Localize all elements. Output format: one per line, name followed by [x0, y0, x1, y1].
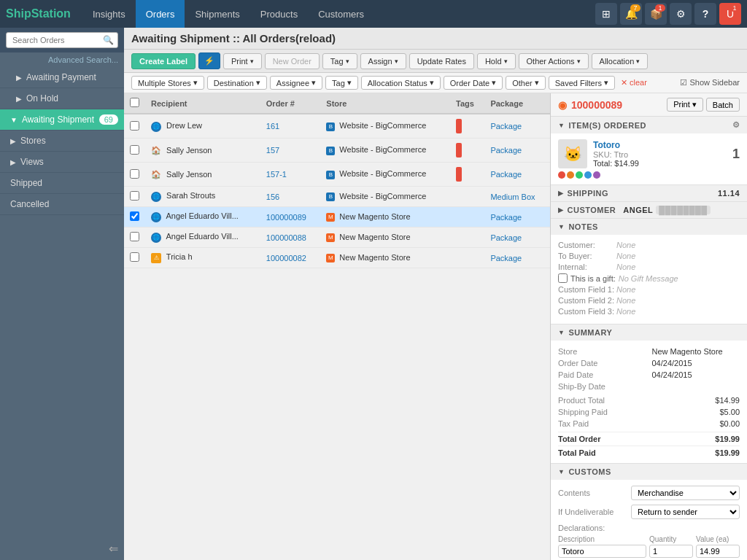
- sidebar-item-cancelled[interactable]: Cancelled: [0, 194, 124, 215]
- update-rates-button[interactable]: Update Rates: [409, 53, 474, 69]
- tag-button[interactable]: Tag ▾: [322, 53, 357, 69]
- detail-batch-button[interactable]: Batch: [706, 98, 740, 112]
- alerts-badge: 7: [630, 4, 640, 12]
- filter-saved[interactable]: Saved Filters ▾: [549, 76, 615, 90]
- table-row[interactable]: ⚠ Tricia h 100000082 M New Magento Store…: [124, 248, 550, 268]
- filter-other[interactable]: Other ▾: [506, 76, 546, 90]
- customs-header[interactable]: ▼ CUSTOMS: [551, 464, 747, 480]
- palette-purple: [593, 171, 600, 179]
- contents-select[interactable]: Merchandise: [631, 486, 740, 500]
- nav-item-products[interactable]: Products: [250, 0, 308, 28]
- row-checkbox[interactable]: [130, 191, 139, 201]
- show-sidebar-toggle[interactable]: ☑ Show Sidebar: [680, 78, 740, 88]
- filter-assignee[interactable]: Assignee ▾: [270, 76, 322, 90]
- filter-tag[interactable]: Tag ▾: [325, 76, 358, 90]
- gift-checkbox[interactable]: [558, 273, 568, 283]
- order-link[interactable]: 100000082: [266, 254, 306, 262]
- collapse-sidebar-button[interactable]: ⇐: [109, 542, 118, 556]
- new-order-button[interactable]: New Order: [265, 53, 320, 69]
- create-label-button[interactable]: Create Label: [131, 53, 196, 69]
- package-link[interactable]: Package: [490, 213, 522, 222]
- order-link[interactable]: 100000088: [266, 233, 306, 242]
- customer-header[interactable]: ▶ CUSTOMER Angel ████████: [551, 202, 747, 218]
- paid-date-label: Paid Date: [558, 370, 646, 380]
- table-row[interactable]: 🌐 Angel Eduardo Vill... 100000089 M New …: [124, 207, 550, 228]
- order-link[interactable]: 157: [266, 146, 279, 155]
- item-name[interactable]: Totoro: [593, 140, 727, 150]
- lightning-button[interactable]: ⚡: [198, 52, 220, 69]
- advanced-search-link-area: Advanced Search...: [0, 52, 124, 67]
- package-link[interactable]: Package: [490, 146, 522, 155]
- package-link[interactable]: Package: [490, 254, 522, 262]
- undeliverable-select[interactable]: Return to sender: [631, 505, 740, 519]
- order-link[interactable]: 100000089: [266, 213, 306, 222]
- assign-button[interactable]: Assign ▾: [360, 53, 406, 69]
- order-link[interactable]: 157-1: [266, 170, 287, 179]
- notes-header[interactable]: ▼ NOTES: [551, 219, 747, 235]
- sidebar-item-shipped[interactable]: Shipped: [0, 173, 124, 194]
- settings-icon-btn[interactable]: ⚙: [670, 3, 692, 25]
- filter-allocation-status[interactable]: Allocation Status ▾: [361, 76, 441, 90]
- row-checkbox[interactable]: [130, 252, 139, 262]
- row-checkbox[interactable]: [130, 232, 139, 241]
- value-input[interactable]: [696, 545, 740, 558]
- col-store: Store: [320, 93, 450, 114]
- nav-item-insights[interactable]: Insights: [82, 0, 136, 28]
- sidebar-collapse-area: ⇐: [0, 537, 124, 560]
- package-link[interactable]: Medium Box: [490, 192, 535, 201]
- store-cell: B Website - BigCommerce: [320, 187, 450, 207]
- shipping-header[interactable]: ▶ SHIPPING 11.14: [551, 185, 747, 201]
- product-total-label: Product Total: [558, 395, 605, 405]
- table-row[interactable]: 🌐 Angel Eduardo Vill... 100000088 M New …: [124, 228, 550, 248]
- gear-icon[interactable]: ⚙: [732, 120, 740, 130]
- filter-multiple-stores[interactable]: Multiple Stores ▾: [131, 76, 204, 90]
- sidebar-item-awaiting-payment[interactable]: ▶ Awaiting Payment: [0, 67, 124, 88]
- alerts-icon-btn[interactable]: 🔔7: [620, 3, 642, 25]
- sidebar-item-awaiting-shipment[interactable]: ▼ Awaiting Shipment 69: [0, 109, 124, 131]
- order-num-cell: 100000088: [260, 228, 320, 248]
- tax-paid-val: $0.00: [719, 419, 740, 429]
- clear-filters-button[interactable]: ✕ clear: [621, 78, 647, 88]
- notifications-icon-btn[interactable]: 📦1: [645, 3, 667, 25]
- row-checkbox[interactable]: [130, 121, 139, 131]
- tag-red-icon: [456, 143, 462, 158]
- tags-cell: [450, 207, 484, 228]
- bigcommerce-icon: B: [326, 171, 335, 179]
- filter-order-date[interactable]: Order Date ▾: [444, 76, 503, 90]
- sidebar-item-views[interactable]: ▶ Views: [0, 152, 124, 173]
- print-button[interactable]: Print ▾: [223, 53, 262, 69]
- sidebar-item-stores[interactable]: ▶ Stores: [0, 131, 124, 152]
- filter-destination[interactable]: Destination ▾: [207, 76, 267, 90]
- other-actions-button[interactable]: Other Actions ▾: [519, 53, 589, 69]
- package-link[interactable]: Package: [490, 122, 522, 131]
- detail-print-button[interactable]: Print ▾: [667, 98, 703, 112]
- nav-item-customers[interactable]: Customers: [308, 0, 374, 28]
- table-row[interactable]: 🏠 Sally Jenson 157-1 B Website - BigComm…: [124, 163, 550, 187]
- qty-input[interactable]: [649, 545, 693, 558]
- help-icon-btn[interactable]: ?: [694, 3, 716, 25]
- nav-item-orders[interactable]: Orders: [136, 0, 185, 28]
- desc-input[interactable]: [558, 545, 646, 558]
- table-row[interactable]: 🌐 Drew Lew 161 B Website - BigCommerce P…: [124, 114, 550, 139]
- nav-item-shipments[interactable]: Shipments: [185, 0, 249, 28]
- row-checkbox[interactable]: [130, 145, 139, 155]
- hold-button[interactable]: Hold ▾: [477, 53, 516, 69]
- order-link[interactable]: 156: [266, 192, 279, 201]
- items-ordered-header[interactable]: ▼ ITEM(S) ORDERED ⚙: [551, 117, 747, 133]
- row-checkbox[interactable]: [130, 211, 139, 221]
- calculator-icon-btn[interactable]: ⊞: [595, 3, 617, 25]
- advanced-search-link[interactable]: Advanced Search...: [48, 55, 118, 64]
- package-link[interactable]: Package: [490, 170, 522, 179]
- table-row[interactable]: 🏠 Sally Jenson 157 B Website - BigCommer…: [124, 139, 550, 163]
- allocation-button[interactable]: Allocation ▾: [592, 53, 649, 69]
- sidebar-item-on-hold[interactable]: ▶ On Hold: [0, 88, 124, 109]
- table-row[interactable]: 🌐 Sarah Strouts 156 B Website - BigComme…: [124, 187, 550, 207]
- order-link[interactable]: 161: [266, 122, 279, 131]
- select-all-checkbox[interactable]: [130, 98, 139, 107]
- user-icon-btn[interactable]: U1: [719, 3, 741, 25]
- summary-header[interactable]: ▼ SUMMARY: [551, 324, 747, 341]
- row-checkbox[interactable]: [130, 169, 139, 179]
- package-link[interactable]: Package: [490, 233, 522, 242]
- reload-link[interactable]: (reload): [295, 32, 336, 44]
- search-input[interactable]: [6, 32, 118, 48]
